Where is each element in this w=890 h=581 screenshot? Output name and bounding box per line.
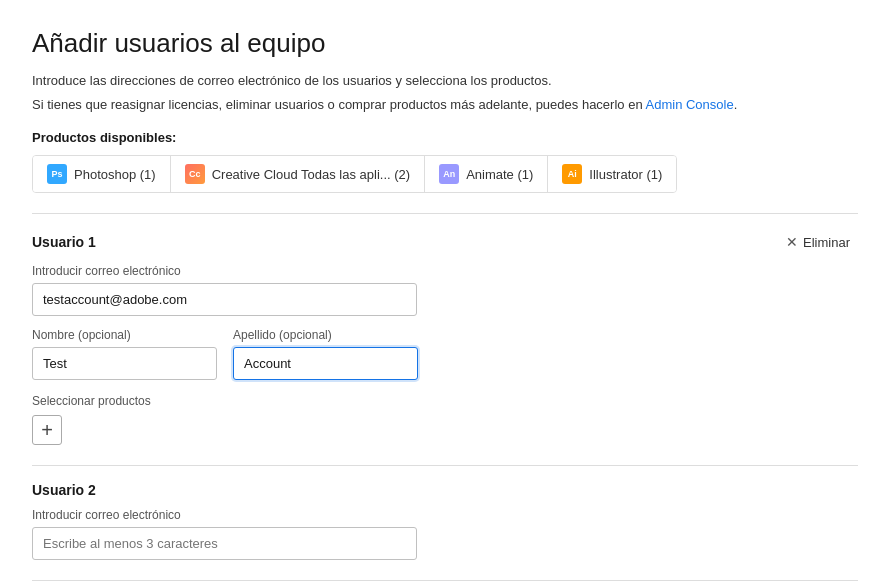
subtitle1: Introduce las direcciones de correo elec… bbox=[32, 71, 858, 91]
ai-label: Illustrator (1) bbox=[589, 167, 662, 182]
products-bar: Ps Photoshop (1) Cc Creative Cloud Todas… bbox=[32, 155, 677, 193]
cc-icon: Cc bbox=[185, 164, 205, 184]
user1-firstname-field: Nombre (opcional) bbox=[32, 328, 217, 380]
an-label: Animate (1) bbox=[466, 167, 533, 182]
user1-select-products-label: Seleccionar productos bbox=[32, 394, 858, 408]
page-title: Añadir usuarios al equipo bbox=[32, 28, 858, 59]
eliminate-label: Eliminar bbox=[803, 235, 850, 250]
subtitle2: Si tienes que reasignar licencias, elimi… bbox=[32, 95, 858, 115]
user1-firstname-label: Nombre (opcional) bbox=[32, 328, 217, 342]
product-tab-cc[interactable]: Cc Creative Cloud Todas las apli... (2) bbox=[171, 156, 425, 192]
ai-icon: Ai bbox=[562, 164, 582, 184]
add-product-button-user1[interactable]: + bbox=[32, 415, 62, 445]
user-block-2: Usuario 2 Introducir correo electrónico bbox=[32, 466, 858, 581]
user2-email-input[interactable] bbox=[32, 527, 417, 560]
ps-icon: Ps bbox=[47, 164, 67, 184]
user1-lastname-input[interactable] bbox=[233, 347, 418, 380]
cc-label: Creative Cloud Todas las apli... (2) bbox=[212, 167, 410, 182]
user1-email-label: Introducir correo electrónico bbox=[32, 264, 858, 278]
close-icon: ✕ bbox=[786, 234, 798, 250]
user1-lastname-field: Apellido (opcional) bbox=[233, 328, 418, 380]
products-label: Productos disponibles: bbox=[32, 130, 858, 145]
user1-lastname-label: Apellido (opcional) bbox=[233, 328, 418, 342]
admin-console-link[interactable]: Admin Console bbox=[646, 97, 734, 112]
user2-header: Usuario 2 bbox=[32, 482, 858, 498]
user-block-1: Usuario 1 ✕ Eliminar Introducir correo e… bbox=[32, 214, 858, 466]
user1-label: Usuario 1 bbox=[32, 234, 96, 250]
user1-header: Usuario 1 ✕ Eliminar bbox=[32, 230, 858, 254]
user2-email-label: Introducir correo electrónico bbox=[32, 508, 858, 522]
user1-firstname-input[interactable] bbox=[32, 347, 217, 380]
product-tab-an[interactable]: An Animate (1) bbox=[425, 156, 548, 192]
user1-name-row: Nombre (opcional) Apellido (opcional) bbox=[32, 328, 858, 380]
users-section: Usuario 1 ✕ Eliminar Introducir correo e… bbox=[32, 213, 858, 581]
user1-email-input[interactable] bbox=[32, 283, 417, 316]
eliminate-user1-button[interactable]: ✕ Eliminar bbox=[778, 230, 858, 254]
ps-label: Photoshop (1) bbox=[74, 167, 156, 182]
product-tab-ai[interactable]: Ai Illustrator (1) bbox=[548, 156, 676, 192]
product-tab-ps[interactable]: Ps Photoshop (1) bbox=[33, 156, 171, 192]
an-icon: An bbox=[439, 164, 459, 184]
user2-label: Usuario 2 bbox=[32, 482, 96, 498]
